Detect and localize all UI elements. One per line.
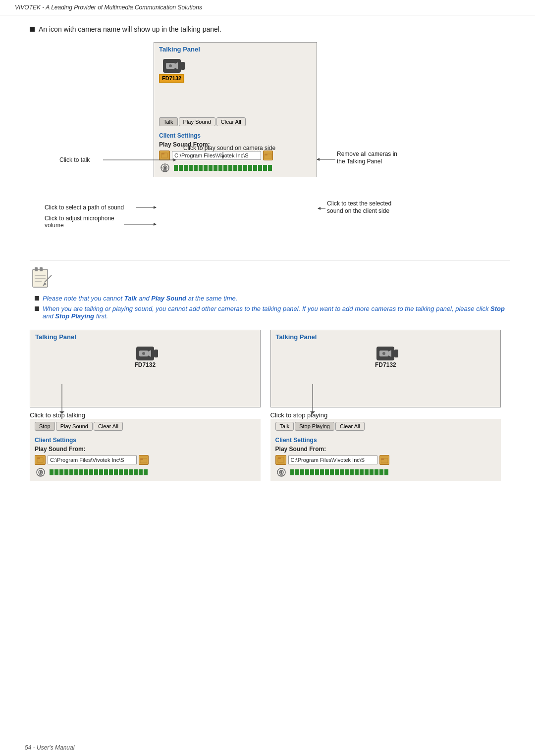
svg-marker-34 — [148, 350, 151, 357]
click-to-talk-label: Click to talk — [59, 156, 90, 163]
stop-panel-title: Talking Panel — [30, 330, 260, 343]
volume-icon — [159, 163, 171, 173]
stop-volume-icon — [35, 467, 47, 477]
play-sound-button[interactable]: Play Sound — [179, 117, 215, 126]
talking-panel-content: FD7132 — [154, 55, 317, 114]
stop-volume-row — [35, 467, 256, 477]
stop-playing-clear-all-button[interactable]: Clear All — [335, 422, 365, 431]
stop-playing-volume-row — [275, 467, 496, 477]
client-settings-title: Client Settings — [159, 132, 312, 139]
note-bullet-2-icon — [35, 306, 39, 311]
stop-playing-talking-panel: Talking Panel FD7132 — [270, 330, 501, 407]
stop-playing-camera-box: FD7132 — [276, 347, 496, 368]
bullet-icon — [30, 27, 35, 32]
svg-text:volume: volume — [45, 222, 64, 229]
stop-file-path[interactable]: C:\Program Files\Vivotek Inc\S — [48, 455, 137, 464]
svg-rect-41 — [140, 458, 143, 460]
buttons-row-main: Talk Play Sound Clear All — [154, 114, 317, 129]
stop-playing-camera-icon — [376, 347, 394, 360]
browse-folder-button[interactable] — [263, 151, 273, 160]
svg-marker-1 — [175, 62, 178, 69]
stop-playing-annotation-area: Click to stop playing — [270, 411, 501, 419]
stop-playing-file-path-row: C:\Program Files\Vivotek Inc\S — [275, 455, 496, 465]
stop-playing-browse-button[interactable] — [379, 455, 389, 465]
svg-marker-49 — [388, 350, 391, 357]
stop-client-settings-title: Client Settings — [35, 437, 256, 444]
svg-rect-54 — [278, 457, 281, 459]
stop-play-sound-label: Play Sound From: — [35, 446, 256, 453]
stop-play-sound-button[interactable]: Play Sound — [56, 422, 93, 431]
note2-bold2: Stop Playing — [55, 312, 94, 320]
stop-playing-panel-content: FD7132 — [271, 343, 501, 407]
note-icon — [30, 265, 510, 291]
svg-marker-37 — [59, 411, 64, 414]
stop-panel-wrap: Talking Panel FD7132 Click to stop talki… — [30, 330, 261, 481]
two-panels-row: Talking Panel FD7132 Click to stop talki… — [30, 330, 510, 481]
stop-browse-button[interactable] — [139, 455, 149, 465]
svg-rect-44 — [40, 471, 42, 474]
click-test-sound-label: Click to test the selected — [327, 200, 391, 207]
stop-file-icon — [35, 455, 46, 465]
note1-part1: Please note that you cannot — [43, 295, 124, 302]
click-stop-talking-label: Click to stop talking — [30, 411, 85, 419]
stop-client-settings: Client Settings Play Sound From: C:\Prog… — [30, 434, 261, 481]
play-sound-from-label: Play Sound From: — [159, 141, 312, 148]
stop-playing-play-sound-label: Play Sound From: — [275, 446, 496, 453]
note2-part1: When you are talking or playing sound, y… — [43, 305, 490, 312]
note2-end: first. — [94, 312, 108, 320]
stop-playing-arrow-svg — [310, 384, 315, 414]
talking-panel-title: Talking Panel — [154, 43, 317, 55]
stop-playing-file-icon — [275, 455, 286, 465]
svg-rect-56 — [381, 458, 384, 460]
file-path-row: C:\Program Files\Vivotek Inc\S — [159, 151, 312, 160]
file-icon — [159, 151, 170, 160]
click-adjust-mic-label: Click to adjust microphone — [45, 215, 114, 222]
stop-camera-icon — [136, 347, 154, 360]
file-path-input[interactable]: C:\Program Files\Vivotek Inc\S — [172, 151, 261, 160]
stop-clear-all-button[interactable]: Clear All — [94, 422, 123, 431]
main-content: An icon with camera name will show up in… — [0, 15, 535, 491]
camera-label: FD7132 — [159, 74, 184, 83]
stop-camera-box: FD7132 — [35, 347, 255, 368]
stop-panel-content: FD7132 — [30, 343, 260, 407]
intro-text: An icon with camera name will show up in… — [39, 25, 221, 33]
stop-arrow-svg — [59, 384, 64, 414]
stop-buttons-row: Stop Play Sound Clear All — [30, 419, 261, 434]
stop-playing-button[interactable]: Stop Playing — [295, 422, 334, 431]
note1-bold2: Play Sound — [151, 295, 186, 302]
note-bullets: Please note that you cannot Talk and Pla… — [35, 295, 510, 320]
svg-rect-6 — [265, 154, 268, 155]
stop-playing-volume-bar — [290, 469, 388, 475]
click-select-path-label: Click to select a path of sound — [45, 204, 124, 211]
stop-button[interactable]: Stop — [35, 422, 55, 431]
volume-bar — [174, 165, 272, 171]
svg-rect-12 — [164, 166, 166, 169]
svg-text:sound on the client side: sound on the client side — [327, 207, 389, 214]
note1-part2: and — [137, 295, 151, 302]
talk-button[interactable]: Talk — [159, 117, 178, 126]
stop-playing-file-path[interactable]: C:\Program Files\Vivotek Inc\S — [288, 455, 377, 464]
stop-camera-label: FD7132 — [134, 361, 156, 368]
stop-playing-client-settings-title: Client Settings — [275, 437, 496, 444]
camera-icon — [163, 59, 181, 73]
main-diagram: Talking Panel FD7132 Talk Play Sound Cle… — [30, 42, 510, 250]
svg-point-50 — [382, 352, 385, 355]
stop-volume-bar — [50, 469, 148, 475]
click-stop-playing-label: Click to stop playing — [270, 411, 328, 419]
note1-part3: at the same time. — [186, 295, 237, 302]
svg-marker-52 — [310, 411, 315, 414]
note-section: Please note that you cannot Talk and Pla… — [30, 260, 510, 320]
camera-icon-box: FD7132 — [159, 59, 184, 83]
note1-bold1: Talk — [124, 295, 137, 302]
note2-bold1: Stop — [490, 305, 505, 312]
stop-playing-panel-wrap: Talking Panel FD7132 Click to stop playi… — [270, 330, 501, 481]
note2-middle: and — [43, 312, 55, 320]
svg-text:the Talking Panel: the Talking Panel — [337, 158, 382, 165]
stop-annotation-area: Click to stop talking — [30, 411, 261, 419]
client-settings-main: Client Settings Play Sound From: C:\Prog… — [154, 129, 317, 177]
clear-all-button[interactable]: Clear All — [216, 117, 246, 126]
svg-rect-27 — [40, 267, 43, 271]
stop-playing-talk-button[interactable]: Talk — [275, 422, 294, 431]
remove-cameras-label: Remove all cameras in — [337, 151, 397, 157]
stop-playing-panel-title: Talking Panel — [271, 330, 501, 343]
